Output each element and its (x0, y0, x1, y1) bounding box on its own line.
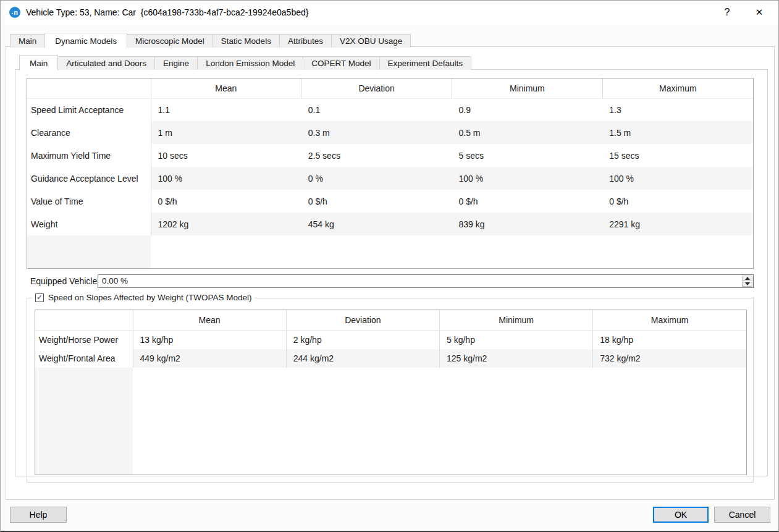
table-cell[interactable]: 13 kg/hp (133, 331, 286, 349)
table-cell[interactable]: 125 kg/m2 (440, 349, 593, 368)
equipped-vehicles-value[interactable]: 0.00 % (102, 276, 128, 285)
equipped-vehicles-spinbox[interactable]: 0.00 % (98, 274, 754, 288)
table-cell[interactable]: 732 kg/m2 (593, 349, 746, 368)
tab-main[interactable]: Main (10, 34, 45, 48)
help-button[interactable]: Help (10, 507, 67, 523)
table-cell[interactable]: 0.5 m (452, 121, 603, 144)
table-cell[interactable]: 0 $/h (452, 190, 603, 213)
table-cell[interactable]: 0.9 (452, 98, 603, 121)
main-subtab-panel: Mean Deviation Minimum Maximum Speed Lim… (15, 69, 768, 476)
twopas-groupbox: ✓ Speed on Slopes Affected by Weight (TW… (27, 298, 754, 483)
tab-dynamic-models[interactable]: Dynamic Models (44, 33, 127, 48)
app-icon: n (9, 7, 20, 18)
table-cell[interactable]: 100 % (151, 167, 301, 190)
tab-v2x-obu-usage[interactable]: V2X OBU Usage (331, 34, 411, 48)
twopas-groupbox-title: ✓ Speed on Slopes Affected by Weight (TW… (32, 293, 255, 302)
table-cell[interactable]: 1.5 m (602, 121, 753, 144)
spin-down-button[interactable] (742, 282, 752, 287)
table-row: Value of Time 0 $/h 0 $/h 0 $/h 0 $/h (27, 190, 753, 213)
checkmark-icon: ✓ (36, 293, 43, 301)
subtab-main[interactable]: Main (19, 55, 58, 70)
app-icon-dot (12, 13, 13, 14)
table-cell[interactable]: 0 $/h (301, 190, 452, 213)
row-label: Value of Time (27, 190, 151, 213)
row-label: Maximum Yield Time (27, 144, 151, 167)
column-header-deviation[interactable]: Deviation (301, 78, 452, 98)
table-row: Weight/Frontal Area 449 kg/m2 244 kg/m2 … (35, 349, 746, 368)
row-label: Speed Limit Acceptance (27, 98, 151, 121)
column-header-minimum[interactable]: Minimum (440, 310, 593, 331)
corner-cell (35, 310, 133, 331)
table-cell[interactable]: 1 m (151, 121, 301, 144)
equipped-vehicles-row: Equipped Vehicles: 0.00 % (15, 274, 767, 288)
table-cell[interactable]: 2291 kg (602, 213, 753, 235)
column-header-mean[interactable]: Mean (151, 78, 301, 98)
dynamic-models-panel: Mean Deviation Minimum Maximum Speed Lim… (6, 46, 775, 500)
spinbox-buttons (742, 276, 752, 287)
column-header-deviation[interactable]: Deviation (286, 310, 439, 331)
table-cell[interactable]: 15 secs (602, 144, 753, 167)
table-cell[interactable]: 0.3 m (301, 121, 452, 144)
spin-up-button[interactable] (742, 276, 752, 281)
subtab-london-emission-model[interactable]: London Emission Model (197, 56, 303, 70)
column-header-minimum[interactable]: Minimum (452, 78, 603, 98)
table-cell[interactable]: 454 kg (301, 213, 452, 235)
twopas-label: Speed on Slopes Affected by Weight (TWOP… (48, 293, 251, 302)
table-cell[interactable]: 839 kg (452, 213, 603, 235)
table-cell[interactable]: 5 kg/hp (440, 331, 593, 349)
twopas-table: Mean Deviation Minimum Maximum Weight/Ho… (35, 310, 747, 475)
table-cell[interactable]: 2 kg/hp (286, 331, 439, 349)
table-row: Weight 1202 kg 454 kg 839 kg 2291 kg (27, 213, 753, 235)
ok-button[interactable]: OK (653, 507, 709, 523)
table-cell[interactable]: 244 kg/m2 (286, 349, 439, 368)
table-cell[interactable]: 1.1 (151, 98, 301, 121)
column-header-maximum[interactable]: Maximum (602, 78, 753, 98)
table-cell[interactable]: 2.5 secs (301, 144, 452, 167)
column-header-maximum[interactable]: Maximum (593, 310, 746, 331)
table-row: Clearance 1 m 0.3 m 0.5 m 1.5 m (27, 121, 753, 144)
row-label: Weight/Frontal Area (35, 349, 133, 368)
table-cell[interactable]: 449 kg/m2 (133, 349, 286, 368)
table-cell[interactable]: 0.1 (301, 98, 452, 121)
dynamic-models-table: Mean Deviation Minimum Maximum Speed Lim… (27, 78, 754, 269)
tab-microscopic-model[interactable]: Microscopic Model (127, 34, 213, 48)
row-label: Guidance Acceptance Level (27, 167, 151, 190)
table-filler (27, 235, 753, 268)
twopas-checkbox[interactable]: ✓ (35, 293, 44, 302)
table-cell[interactable]: 1.3 (602, 98, 753, 121)
table-cell[interactable]: 0 $/h (151, 190, 301, 213)
whats-this-icon[interactable]: ? (717, 1, 738, 24)
table-row: Maximum Yield Time 10 secs 2.5 secs 5 se… (27, 144, 753, 167)
main-tab-bar: Main Dynamic Models Microscopic Model St… (10, 33, 410, 48)
table-row: Guidance Acceptance Level 100 % 0 % 100 … (27, 167, 753, 190)
arrow-down-icon (745, 282, 750, 285)
subtab-articulated-and-doors[interactable]: Articulated and Doors (57, 56, 155, 70)
row-label: Weight (27, 213, 151, 235)
table-cell[interactable]: 100 % (452, 167, 603, 190)
table-cell[interactable]: 18 kg/hp (593, 331, 746, 349)
cancel-button[interactable]: Cancel (714, 507, 770, 523)
column-header-mean[interactable]: Mean (133, 310, 286, 331)
tab-static-models[interactable]: Static Models (213, 34, 280, 48)
table-cell[interactable]: 10 secs (151, 144, 301, 167)
table-cell[interactable]: 1202 kg (151, 213, 301, 235)
close-icon[interactable]: ✕ (749, 1, 770, 24)
tab-attributes[interactable]: Attributes (279, 34, 332, 48)
sub-tab-bar: Main Articulated and Doors Engine London… (19, 55, 471, 70)
vehicle-type-dialog: n Vehicle Type: 53, Name: Car {c604a198-… (0, 0, 779, 532)
table-cell[interactable]: 0 $/h (602, 190, 753, 213)
subtab-experiment-defaults[interactable]: Experiment Defaults (379, 56, 472, 70)
table-row: Speed Limit Acceptance 1.1 0.1 0.9 1.3 (27, 98, 753, 121)
app-icon-letter: n (14, 9, 18, 16)
arrow-up-icon (745, 277, 750, 280)
subtab-copert-model[interactable]: COPERT Model (303, 56, 379, 70)
table-cell[interactable]: 0 % (301, 167, 452, 190)
row-label: Clearance (27, 121, 151, 144)
titlebar: n Vehicle Type: 53, Name: Car {c604a198-… (1, 1, 778, 24)
row-label: Weight/Horse Power (35, 331, 133, 349)
window-title: Vehicle Type: 53, Name: Car {c604a198-73… (26, 7, 308, 17)
table-cell[interactable]: 100 % (602, 167, 753, 190)
subtab-engine[interactable]: Engine (154, 56, 198, 70)
corner-cell (27, 78, 151, 98)
table-cell[interactable]: 5 secs (452, 144, 603, 167)
